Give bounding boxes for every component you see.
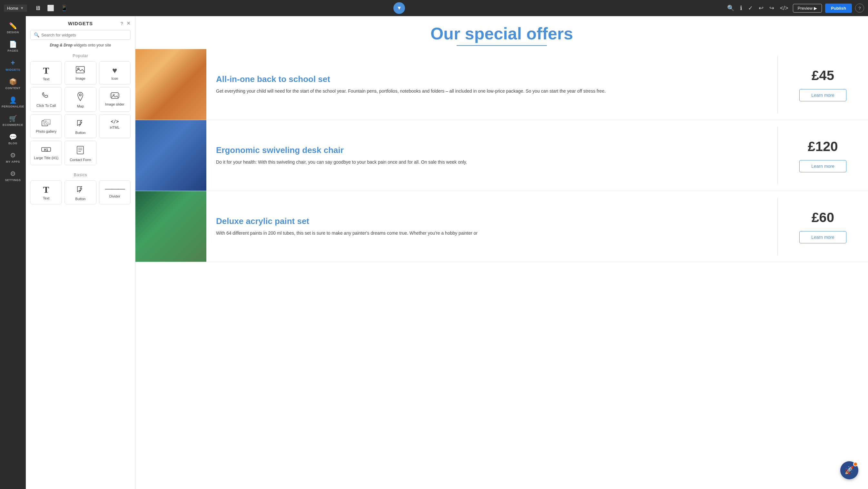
sidebar-design-label: DESIGN (7, 31, 19, 34)
widget-photo-gallery[interactable]: Photo gallery (30, 114, 62, 138)
widgets-panel: WIDGETS ? × 🔍 Drag & Drop widgets onto y… (26, 16, 135, 489)
svg-rect-4 (110, 94, 112, 97)
widget-text-basic-label: Text (43, 196, 49, 200)
widget-large-title[interactable]: H1 Large Title (H1) (30, 141, 62, 165)
svg-point-6 (113, 94, 115, 95)
sidebar-ecommerce-label: ECOMMERCE (3, 123, 23, 126)
widget-map-label: Map (77, 104, 84, 108)
widget-image-slider[interactable]: Image slider (99, 87, 131, 112)
sidebar-pages-label: PAGES (7, 49, 18, 52)
sidebar-item-pages[interactable]: 📄 PAGES (1, 38, 25, 55)
widget-image[interactable]: Image (64, 61, 96, 85)
sidebar-item-design[interactable]: ✏️ DESIGN (1, 19, 25, 36)
help-button[interactable]: ? (855, 4, 864, 12)
learn-more-button[interactable]: Learn more (799, 160, 846, 172)
canvas-area: Our special offers All-in-one back to sc… (135, 16, 868, 489)
rocket-button[interactable]: 🚀 (840, 461, 858, 479)
product-image (135, 120, 206, 191)
svg-text:H1: H1 (44, 148, 49, 152)
redo-button[interactable]: ↪ (768, 3, 775, 13)
tablet-view-button[interactable]: ⬜ (44, 3, 57, 13)
product-name: Ergonomic swiveling desk chair (216, 145, 768, 155)
info-button[interactable]: ℹ (739, 3, 744, 13)
desktop-view-button[interactable]: 🖥 (32, 3, 43, 13)
sidebar-widgets-label: WIDGETS (5, 68, 20, 71)
product-price-section: £60 Learn more (778, 191, 868, 262)
widget-button-basic[interactable]: Button (64, 180, 96, 204)
preview-label: Preview (798, 6, 812, 11)
widget-text[interactable]: T Text (30, 61, 62, 85)
sidebar-item-ecommerce[interactable]: 🛒 ECOMMERCE (1, 112, 25, 129)
publish-button[interactable]: Publish (825, 4, 852, 13)
text-widget-icon: T (43, 66, 49, 75)
product-image (135, 191, 206, 262)
toolbar: Home ▼ 🖥 ⬜ 📱 ▼ 🔍 ℹ ✓ ↩ ↪ </> Preview ▶ P… (0, 0, 868, 16)
widget-button[interactable]: Button (64, 114, 96, 138)
widget-html[interactable]: </> HTML (99, 114, 131, 138)
widget-click-to-call-label: Click To Call (36, 104, 56, 108)
svg-rect-12 (77, 146, 84, 154)
map-widget-icon (77, 92, 84, 102)
widgets-help-icon[interactable]: ? (120, 21, 123, 26)
widget-icon[interactable]: ♥ Icon (99, 61, 131, 85)
widget-contact-form[interactable]: Contact Form (64, 141, 96, 165)
widget-divider-label: Divider (109, 194, 120, 198)
product-row: All-in-one back to school set Get everyt… (135, 49, 868, 120)
image-slider-widget-icon (110, 92, 120, 100)
product-description: With 64 different paints in 200 ml tubes… (216, 229, 768, 237)
search-input[interactable] (41, 33, 127, 37)
widget-large-title-label: Large Title (H1) (34, 156, 58, 160)
design-icon: ✏️ (9, 22, 17, 30)
main-layout: ✏️ DESIGN 📄 PAGES + WIDGETS 📦 CONTENT 👤 … (0, 16, 868, 489)
sidebar-item-personalise[interactable]: 👤 PERSONALISE (1, 94, 25, 111)
page-name: Home (7, 6, 19, 11)
widget-click-to-call[interactable]: Click To Call (30, 87, 62, 112)
widget-contact-form-label: Contact Form (70, 158, 91, 162)
undo-button[interactable]: ↩ (757, 3, 765, 13)
widget-icon-label: Icon (111, 77, 118, 80)
product-image (135, 49, 206, 120)
widgets-icon: + (11, 59, 15, 67)
sidebar-item-blog[interactable]: 💬 BLOG (1, 131, 25, 147)
search-button[interactable]: 🔍 (726, 3, 736, 13)
page-title: Our special offers (135, 24, 868, 43)
code-button[interactable]: </> (779, 4, 789, 13)
product-description: Get everything your child will need for … (216, 87, 768, 94)
check-button[interactable]: ✓ (747, 3, 754, 13)
product-name: All-in-one back to school set (216, 74, 768, 84)
sidebar-content-label: CONTENT (5, 87, 21, 90)
sidebar-settings-label: SETTINGS (5, 178, 21, 182)
sidebar-personalise-label: PERSONALISE (2, 105, 24, 108)
button-widget-icon (76, 119, 85, 129)
preview-button[interactable]: Preview ▶ (793, 4, 822, 12)
page-selector[interactable]: Home ▼ (4, 4, 27, 12)
collapse-button[interactable]: ▼ (393, 2, 405, 14)
product-content: All-in-one back to school set Get everyt… (206, 49, 777, 120)
pages-icon: 📄 (9, 40, 17, 48)
section-title-basics: Basics (26, 172, 135, 177)
widgets-search-box[interactable]: 🔍 (30, 30, 131, 40)
widget-map[interactable]: Map (64, 87, 96, 112)
svg-rect-5 (118, 94, 119, 97)
product-content: Deluxe acrylic paint set With 64 differe… (206, 191, 777, 262)
learn-more-button[interactable]: Learn more (799, 89, 846, 102)
blog-icon: 💬 (9, 133, 17, 141)
myapps-icon: ⚙ (10, 151, 16, 159)
icon-widget-icon: ♥ (112, 66, 117, 75)
learn-more-button[interactable]: Learn more (799, 231, 846, 243)
sidebar-item-widgets[interactable]: + WIDGETS (1, 56, 25, 74)
widget-divider[interactable]: ——— Divider (99, 180, 131, 204)
widget-image-label: Image (75, 77, 86, 80)
device-buttons: 🖥 ⬜ 📱 (32, 3, 70, 13)
widgets-close-icon[interactable]: × (127, 20, 131, 27)
content-icon: 📦 (9, 78, 17, 86)
html-widget-icon: </> (111, 119, 119, 124)
svg-rect-3 (111, 93, 118, 98)
sidebar-item-content[interactable]: 📦 CONTENT (1, 75, 25, 92)
mobile-view-button[interactable]: 📱 (58, 3, 70, 13)
divider-widget-icon: ——— (105, 185, 124, 192)
sidebar-item-myapps[interactable]: ⚙ MY APPS (1, 149, 25, 166)
widget-text-basic[interactable]: T Text (30, 180, 62, 204)
sidebar-item-settings[interactable]: ⚙ SETTINGS (1, 167, 25, 184)
product-row: Ergonomic swiveling desk chair Do it for… (135, 120, 868, 191)
